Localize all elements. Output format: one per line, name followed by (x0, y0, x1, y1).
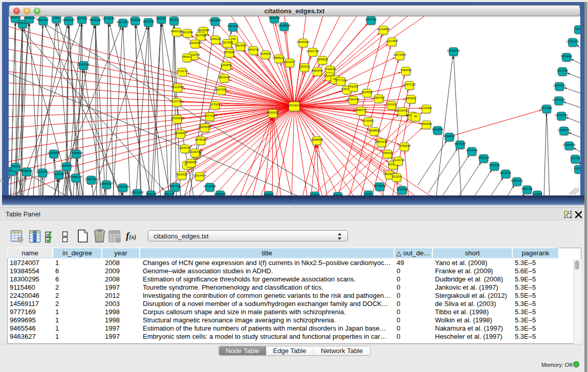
svg-text:7632621: 7632621 (489, 164, 500, 167)
svg-text:12505135: 12505135 (70, 176, 82, 179)
svg-text:16210643: 16210643 (555, 114, 568, 117)
svg-text:7515524: 7515524 (129, 18, 141, 21)
svg-text:16154808: 16154808 (377, 28, 390, 31)
svg-text:9699695: 9699695 (421, 122, 432, 125)
svg-text:7485063: 7485063 (400, 69, 411, 72)
svg-text:417004: 417004 (210, 103, 220, 106)
svg-text:10719155: 10719155 (102, 17, 115, 20)
svg-text:19166827: 19166827 (175, 132, 187, 135)
svg-text:8427552: 8427552 (215, 88, 227, 91)
svg-text:12923468: 12923468 (131, 191, 144, 194)
svg-text:83273: 83273 (165, 192, 173, 195)
svg-text:10654112: 10654112 (511, 179, 523, 182)
svg-text:1065: 1065 (53, 16, 59, 19)
svg-text:765901: 765901 (11, 165, 20, 168)
svg-text:7625402: 7625402 (176, 173, 187, 176)
svg-text:16046766: 16046766 (179, 146, 191, 149)
svg-text:7886372: 7886372 (355, 108, 366, 112)
svg-text:7955812: 7955812 (317, 58, 328, 61)
svg-text:3267150: 3267150 (204, 114, 215, 117)
svg-text:16046766: 16046766 (189, 150, 202, 154)
svg-text:1063309: 1063309 (143, 20, 154, 23)
svg-text:2803144: 2803144 (219, 76, 230, 79)
svg-text:19218506: 19218506 (278, 24, 291, 27)
svg-text:12213369: 12213369 (171, 85, 184, 89)
svg-text:19756928: 19756928 (398, 144, 411, 147)
svg-text:2087682: 2087682 (365, 18, 377, 21)
svg-text:10807487: 10807487 (373, 96, 385, 99)
svg-text:9329966: 9329966 (561, 55, 572, 58)
svg-text:8322037: 8322037 (284, 60, 295, 63)
svg-text:16782759: 16782759 (117, 185, 129, 188)
svg-text:16033809: 16033809 (209, 19, 222, 22)
svg-text:62160: 62160 (387, 103, 396, 106)
svg-text:17654925: 17654925 (171, 117, 184, 120)
svg-text:116753: 116753 (571, 157, 580, 160)
svg-text:905135: 905135 (146, 192, 156, 195)
svg-text:1640954: 1640954 (432, 128, 443, 131)
svg-text:9777169: 9777169 (335, 79, 346, 82)
svg-text:9146821: 9146821 (260, 52, 271, 55)
svg-text:10961758: 10961758 (307, 50, 319, 53)
svg-text:13226058: 13226058 (197, 29, 210, 32)
svg-text:18640910: 18640910 (297, 40, 310, 43)
svg-text:17359924: 17359924 (70, 151, 83, 155)
svg-text:10688609: 10688609 (368, 129, 381, 132)
svg-text:8186323: 8186323 (210, 37, 221, 40)
svg-text:10958187: 10958187 (214, 192, 227, 195)
svg-text:12975115: 12975115 (403, 83, 416, 86)
svg-text:8215955: 8215955 (541, 106, 552, 110)
svg-text:20053346: 20053346 (77, 63, 90, 66)
svg-text:8931407: 8931407 (37, 18, 49, 21)
svg-text:11120: 11120 (575, 27, 580, 30)
svg-text:8990448: 8990448 (312, 69, 323, 72)
svg-text:20364436: 20364436 (347, 98, 360, 101)
svg-text:16648784: 16648784 (447, 49, 460, 52)
svg-text:9115460: 9115460 (421, 106, 431, 110)
svg-text:1527602: 1527602 (76, 17, 88, 20)
svg-text:8471676: 8471676 (500, 171, 511, 174)
svg-text:9084067: 9084067 (382, 151, 393, 155)
svg-text:2935114: 2935114 (478, 156, 489, 159)
svg-text:10653267: 10653267 (62, 18, 75, 21)
svg-text:10973493: 10973493 (394, 53, 406, 56)
svg-text:9245: 9245 (365, 192, 372, 195)
svg-text:18807249: 18807249 (375, 140, 388, 143)
svg-text:9245052: 9245052 (521, 187, 533, 190)
svg-text:546: 546 (231, 37, 235, 40)
svg-text:120345: 120345 (574, 167, 580, 170)
svg-text:55723: 55723 (170, 18, 178, 21)
svg-text:1362615: 1362615 (299, 65, 310, 68)
svg-text:924504: 924504 (533, 192, 542, 195)
svg-text:19975887: 19975887 (60, 164, 73, 167)
svg-text:18099489: 18099489 (185, 161, 198, 164)
svg-text:98961: 98961 (183, 55, 191, 58)
svg-text:6466160: 6466160 (90, 18, 101, 21)
svg-text:19384554: 19384554 (311, 138, 323, 141)
svg-text:905135: 905135 (157, 17, 166, 20)
svg-text:252254: 252254 (392, 175, 402, 178)
svg-text:9463627: 9463627 (405, 97, 417, 100)
svg-text:1065521: 1065521 (24, 16, 35, 19)
svg-text:10025433: 10025433 (396, 109, 409, 112)
svg-text:8813054: 8813054 (269, 16, 280, 19)
svg-text:15692971: 15692971 (558, 128, 571, 132)
svg-text:20206536: 20206536 (48, 151, 60, 155)
svg-text:16543382: 16543382 (189, 41, 202, 45)
svg-text:746266: 746266 (349, 85, 358, 88)
svg-text:8454749: 8454749 (248, 48, 259, 51)
svg-text:9358921: 9358921 (444, 135, 455, 138)
svg-text:9242845: 9242845 (221, 63, 232, 67)
svg-text:10120746: 10120746 (392, 159, 405, 162)
svg-text:87908: 87908 (334, 194, 342, 195)
svg-text:18300295: 18300295 (267, 111, 279, 114)
svg-text:14353594: 14353594 (199, 125, 211, 128)
svg-text:12444150: 12444150 (553, 98, 565, 101)
svg-text:8912954: 8912954 (182, 31, 193, 34)
svg-text:3875685: 3875685 (224, 51, 235, 54)
svg-text:8878332: 8878332 (195, 138, 206, 141)
svg-text:17016504: 17016504 (563, 143, 576, 146)
svg-text:1156829: 1156829 (21, 169, 32, 172)
svg-text:3624554: 3624554 (361, 91, 373, 94)
svg-text:12093873: 12093873 (553, 84, 566, 87)
